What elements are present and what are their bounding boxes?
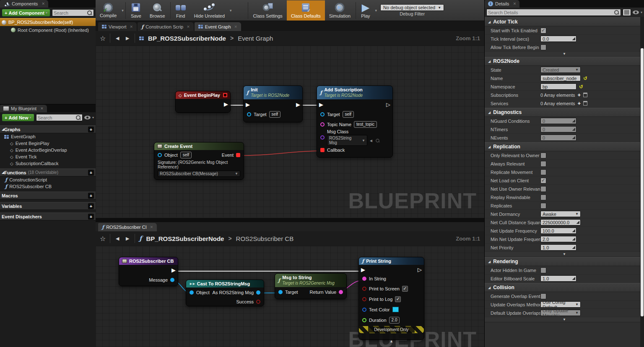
event-item-beginplay[interactable]: ◇ Event BeginPlay	[0, 140, 96, 147]
class-settings-button[interactable]: Class Settings	[249, 0, 287, 21]
net-cull-distance-squared-field[interactable]: 225000000.0	[540, 219, 581, 225]
details-search-input[interactable]: Search Details	[486, 9, 621, 16]
add-component-button[interactable]: + Add Component ▾	[2, 9, 50, 17]
compile-button[interactable]: ✓ Compile	[96, 0, 121, 21]
details-section-header[interactable]: ◢ ROS2Node	[485, 57, 644, 66]
exec-in-pin[interactable]: ▶	[361, 267, 365, 273]
details-section-header[interactable]: ◢ Rendering	[485, 257, 644, 266]
components-tab[interactable]: Components ✕	[0, 0, 48, 8]
graph-item-eventgraph[interactable]: EventGraph	[0, 133, 96, 140]
topic-name-value[interactable]: test_topic	[354, 121, 377, 128]
as-ros2stringmsg-pin[interactable]	[256, 290, 260, 295]
details-section-header[interactable]: ◢ Diagnostics	[485, 108, 644, 117]
add-graph-button[interactable]: +	[88, 127, 94, 132]
duration-value[interactable]: 2.0	[389, 317, 400, 324]
exec-in-pin[interactable]: ▶	[319, 101, 323, 108]
node-msg-to-string[interactable]: ƒ Msg to String Target is ROS2Generic Ms…	[275, 273, 347, 299]
node-event-beginplay[interactable]: ◇ Event BeginPlay ▶	[175, 91, 231, 113]
event-dispatchers-section-header[interactable]: Event Dispatchers +	[0, 212, 96, 220]
net-priority-field[interactable]: 1.0	[540, 244, 576, 251]
breadcrumb-leaf[interactable]: Event Graph	[238, 35, 273, 42]
close-icon[interactable]: ✕	[513, 2, 517, 6]
net-update-frequency-field[interactable]: 100.0	[540, 228, 576, 234]
add-new-button[interactable]: + Add New ▾	[2, 114, 34, 122]
clear-array-icon[interactable]	[583, 93, 587, 97]
topic-name-pin[interactable]	[320, 122, 325, 127]
save-button[interactable]: Save	[127, 0, 145, 21]
back-icon[interactable]: ◄	[114, 235, 120, 242]
breadcrumb-leaf[interactable]: ROS2Subscriber CB	[236, 235, 294, 242]
play-options-chevron-icon[interactable]: ▾	[375, 8, 377, 13]
event-item-actorbeginoverlap[interactable]: ◇ Event ActorBeginOverlap	[0, 147, 96, 153]
target-pin[interactable]	[278, 290, 283, 294]
allow-tick-before-begin-pla-checkbox[interactable]	[540, 44, 546, 50]
object-pin[interactable]	[190, 290, 194, 295]
replay-rewindable-checkbox[interactable]	[540, 194, 546, 200]
event-item-subscriptioncallback[interactable]: ◇ SubscriptionCallback	[0, 160, 96, 167]
return-value-pin[interactable]	[339, 290, 343, 294]
drag-corner-icon[interactable]	[572, 246, 575, 249]
macros-section-header[interactable]: Macros +	[0, 192, 96, 199]
min-net-update-frequency-field[interactable]: 2.0	[540, 236, 576, 242]
start-with-tick-enabled-checkbox[interactable]	[540, 28, 546, 34]
browse-button[interactable]: Browse	[145, 0, 169, 21]
close-icon[interactable]: ✕	[187, 25, 190, 29]
text-color-swatch[interactable]	[392, 307, 399, 312]
clear-array-icon[interactable]	[583, 101, 587, 106]
favorite-star-icon[interactable]: ☆	[100, 235, 106, 243]
variables-section-header[interactable]: Variables +	[0, 202, 96, 210]
add-macro-button[interactable]: +	[88, 193, 94, 199]
net-use-owner-relevancy-checkbox[interactable]	[540, 186, 546, 192]
actor-hidden-in-game-checkbox[interactable]	[540, 267, 546, 273]
drag-corner-icon[interactable]	[572, 277, 575, 280]
close-icon[interactable]: ✕	[234, 25, 238, 29]
tick-interval-secs--field[interactable]: 0.0	[540, 36, 576, 42]
drag-corner-icon[interactable]	[572, 119, 575, 122]
callback-delegate-pin[interactable]	[320, 148, 325, 152]
collapse-advanced-icon[interactable]: ▲	[390, 339, 393, 343]
back-icon[interactable]: ◄	[114, 35, 120, 41]
node-ros2subscriber-cb[interactable]: ROS2Subscriber CB ▶ Message	[119, 257, 178, 286]
exec-out-pin[interactable]: ▶	[171, 267, 176, 273]
node-create-event[interactable]: Create Event Object self Event Si	[154, 142, 244, 180]
close-icon[interactable]: ✕	[130, 25, 133, 29]
breadcrumb-root[interactable]: BP_ROS2SubscriberNode	[148, 35, 226, 42]
drag-corner-icon[interactable]	[576, 220, 579, 224]
use-asset-icon[interactable]: ◄	[369, 138, 373, 143]
replicates-checkbox[interactable]	[540, 203, 546, 209]
section-expander[interactable]: ▼	[485, 52, 644, 57]
my-blueprint-search-input[interactable]: Search	[36, 114, 83, 121]
target-pin[interactable]	[320, 112, 325, 117]
class-defaults-button[interactable]: Class Defaults	[287, 0, 325, 21]
favorite-star-icon[interactable]: ☆	[100, 34, 106, 42]
section-expander[interactable]: ▼	[485, 252, 644, 257]
event-graph-canvas[interactable]: BLUEPRINT ◇ Event BeginPlay ▶	[96, 46, 484, 218]
close-icon[interactable]: ✕	[150, 225, 153, 229]
details-tab[interactable]: i Details ✕	[485, 0, 519, 8]
event-binding-dropdown[interactable]: ROS2Subscriber CB(Message) ▼	[158, 171, 240, 177]
success-pin[interactable]	[256, 300, 260, 304]
add-function-button[interactable]: +	[88, 170, 94, 176]
close-icon[interactable]: ✕	[42, 2, 45, 6]
object-value[interactable]: self	[180, 152, 192, 158]
graphs-section-header[interactable]: ◢ Graphs +	[0, 125, 96, 133]
msg-class-pin[interactable]	[320, 135, 325, 140]
function-item-constructionscript[interactable]: ƒ ConstructionScript	[0, 176, 96, 183]
text-color-pin[interactable]	[362, 308, 366, 312]
net-load-on-client-checkbox[interactable]	[540, 178, 546, 184]
node-init[interactable]: ƒ Init Target is ROS2Node ▶ ▶ Target sel…	[243, 85, 303, 122]
net-dormancy-dropdown[interactable]: Awake▼	[540, 211, 581, 217]
details-section-header[interactable]: ◢ Collision	[485, 283, 644, 292]
exec-out-pin[interactable]: ▷	[418, 267, 422, 273]
target-pin[interactable]	[247, 112, 251, 117]
print-to-log-pin[interactable]	[362, 297, 366, 301]
msg-class-dropdown[interactable]: ROS2String Msg ▼	[327, 135, 367, 146]
drag-corner-icon[interactable]	[572, 136, 575, 139]
update-overlaps-method-du-dropdown[interactable]: Use Config Default▼	[540, 301, 581, 308]
find-button[interactable]: Find	[171, 0, 190, 21]
hide-unrelated-chevron-icon[interactable]: ▾	[230, 8, 232, 13]
node-cast-to-ros2stringmsg[interactable]: ►► Cast To ROS2StringMsg Object As ROS2S…	[186, 280, 264, 306]
drag-corner-icon[interactable]	[572, 229, 575, 232]
chevron-down-icon[interactable]: ▾	[92, 116, 94, 119]
drag-corner-icon[interactable]	[572, 37, 575, 40]
